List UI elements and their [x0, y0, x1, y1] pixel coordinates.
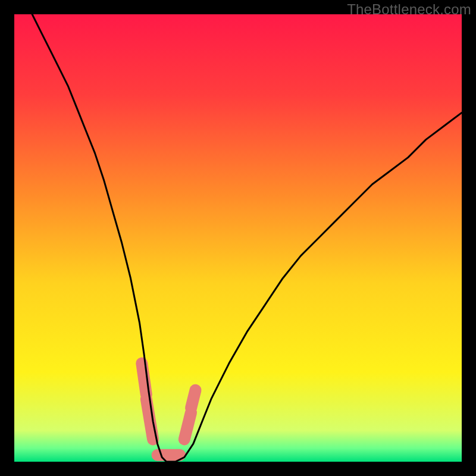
svg-line-4: [184, 412, 191, 439]
svg-line-5: [191, 390, 196, 408]
watermark-text: TheBottleneck.com: [347, 1, 471, 18]
chart-frame: [14, 14, 462, 462]
bottleneck-curve: [14, 14, 462, 462]
